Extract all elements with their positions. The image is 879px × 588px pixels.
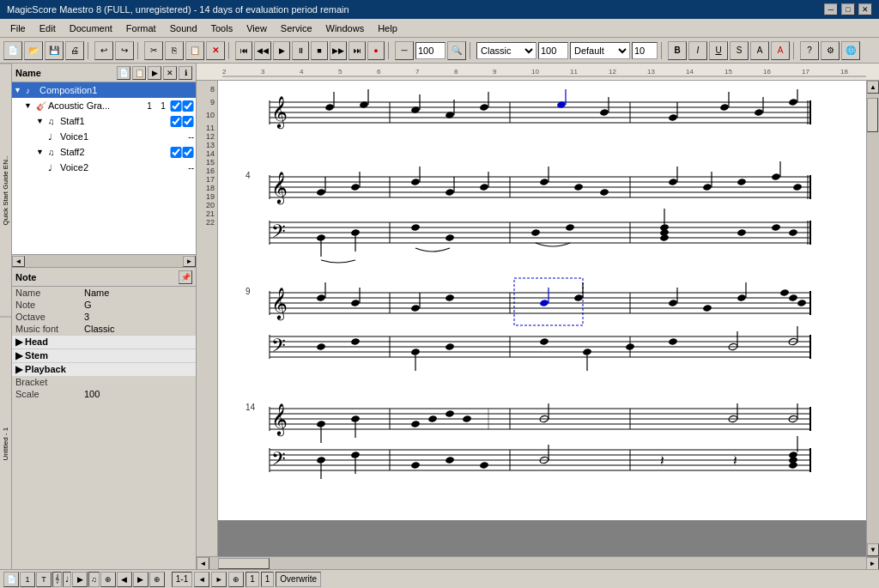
menu-service[interactable]: Service [274, 21, 319, 35]
tree-item-voice1[interactable]: ♩ Voice1 -- [12, 129, 196, 144]
hscroll-right-button[interactable]: ► [866, 557, 879, 570]
menu-windows[interactable]: Windows [319, 21, 372, 35]
menu-edit[interactable]: Edit [33, 21, 63, 35]
status-btn-4[interactable]: ▶ [72, 572, 88, 587]
strikethrough-button[interactable]: S [730, 41, 749, 60]
playback-section-label: Playback [25, 364, 66, 374]
tree-icon-1[interactable]: 📄 [117, 66, 130, 80]
transport-stop[interactable]: ■ [311, 41, 328, 60]
status-nav-next[interactable]: ► [211, 572, 227, 587]
zoom-out-button[interactable]: ─ [395, 41, 414, 60]
instrument-check2[interactable] [182, 100, 194, 112]
transport-begin[interactable]: ⏮ [235, 41, 252, 60]
svg-point-104 [445, 233, 454, 241]
tree-icon-5[interactable]: ℹ [179, 66, 192, 80]
font-select[interactable]: Classic [476, 42, 536, 59]
transport-rewind[interactable]: ◀◀ [254, 41, 271, 60]
head-section[interactable]: ▶ Head [12, 335, 196, 349]
open-button[interactable]: 📂 [24, 41, 43, 60]
status-btn-1[interactable]: 📄 [3, 572, 19, 587]
status-nav-prev[interactable]: ◄ [194, 572, 209, 587]
tree-item-composition[interactable]: ▼ ♪ Composition1 [12, 82, 196, 98]
status-btn-2[interactable]: 1 [20, 572, 35, 587]
paste-button[interactable]: 📋 [185, 41, 204, 60]
print-button[interactable]: 🖨 [65, 41, 84, 60]
align-button[interactable]: A [750, 41, 769, 60]
status-btn-5[interactable]: ⊕ [100, 572, 116, 587]
score-area[interactable]: 8 9 10 11 12 13 14 15 16 17 18 19 20 21 [197, 81, 866, 556]
staff1-check1[interactable] [170, 116, 182, 127]
copy-button[interactable]: ⎘ [165, 41, 184, 60]
web-button[interactable]: 🌐 [841, 41, 860, 60]
transport-forward[interactable]: ▶▶ [330, 41, 347, 60]
props-icon-1[interactable]: 📌 [179, 270, 192, 284]
settings-button[interactable]: ⚙ [821, 41, 840, 60]
italic-button[interactable]: I [688, 41, 707, 60]
staff2-check1[interactable] [170, 147, 182, 158]
bold-button[interactable]: B [668, 41, 687, 60]
status-nav-end[interactable]: ⊕ [228, 572, 244, 587]
tree-item-acoustic[interactable]: ▼ 🎸 Acoustic Gra... 1 1 [12, 98, 196, 113]
menu-view[interactable]: View [239, 21, 274, 35]
status-btn-6[interactable]: ◀ [117, 572, 132, 587]
maximize-button[interactable]: □ [841, 3, 855, 15]
close-button[interactable]: ✕ [858, 3, 872, 15]
color-button[interactable]: A [771, 41, 790, 60]
zoom-in-button[interactable]: 🔍 [447, 41, 466, 60]
scroll-up-button[interactable]: ▲ [867, 81, 879, 94]
props-header: Note 📌 [12, 268, 196, 287]
playback-section[interactable]: ▶ Playback [12, 362, 196, 376]
quick-start-tab[interactable]: Quick Start Guide EN.. [0, 64, 11, 317]
menu-format[interactable]: Format [119, 21, 163, 35]
status-btn-3[interactable]: T [36, 572, 52, 587]
untitled-tab[interactable]: Untitled - 1 [0, 317, 11, 570]
prop-val-octave: 3 [81, 311, 196, 323]
delete-button[interactable]: ✕ [206, 41, 225, 60]
hscroll-left-button[interactable]: ◄ [197, 557, 209, 570]
status-btn-8[interactable]: ⊕ [149, 572, 165, 587]
cut-button[interactable]: ✂ [144, 41, 163, 60]
undo-button[interactable]: ↩ [94, 41, 113, 60]
font-size-input[interactable] [538, 42, 568, 59]
minimize-button[interactable]: ─ [824, 3, 838, 15]
menu-help[interactable]: Help [371, 21, 404, 35]
tree-item-staff1[interactable]: ▼ ♫ Staff1 [12, 113, 196, 129]
tree-expand-icon-2: ▼ [24, 101, 36, 110]
tree-icon-2[interactable]: 📋 [132, 66, 146, 80]
tree-item-voice2[interactable]: ♩ Voice2 -- [12, 160, 196, 175]
number-input[interactable] [632, 42, 658, 59]
new-button[interactable]: 📄 [3, 41, 22, 60]
instrument-check1[interactable] [170, 100, 182, 112]
transport-play[interactable]: ▶ [273, 41, 290, 60]
menu-file[interactable]: File [3, 21, 33, 35]
transport-record[interactable]: ● [367, 41, 385, 60]
save-button[interactable]: 💾 [45, 41, 64, 60]
svg-text:𝄞: 𝄞 [271, 96, 288, 130]
scroll-down-button[interactable]: ▼ [867, 543, 879, 556]
hscroll-thumb[interactable] [218, 558, 270, 569]
staff2-check2[interactable] [182, 147, 194, 158]
transport-end[interactable]: ⏭ [349, 41, 366, 60]
status-btn-7[interactable]: ▶ [133, 572, 149, 587]
staff1-check2[interactable] [182, 116, 194, 127]
menu-tools[interactable]: Tools [204, 21, 240, 35]
svg-text:2: 2 [222, 68, 227, 76]
menu-document[interactable]: Document [63, 21, 119, 35]
status-scroll-indicator[interactable] [863, 573, 876, 585]
tree-item-staff2[interactable]: ▼ ♫ Staff2 [12, 144, 196, 160]
help-button[interactable]: ? [800, 41, 819, 60]
scroll-thumb[interactable] [867, 98, 878, 132]
toolbar-separator-7 [793, 42, 797, 59]
stem-section[interactable]: ▶ Stem [12, 349, 196, 362]
redo-button[interactable]: ↪ [115, 41, 134, 60]
tree-icon-4[interactable]: ✕ [163, 66, 177, 80]
transport-pause[interactable]: ⏸ [292, 41, 309, 60]
menu-sound[interactable]: Sound [163, 21, 204, 35]
tree-icon-3[interactable]: ▶ [148, 66, 161, 80]
svg-point-65 [316, 188, 325, 196]
zoom-input[interactable] [415, 42, 446, 59]
style-select[interactable]: Default [570, 42, 630, 59]
tree-scroll-left[interactable]: ◄ [12, 256, 25, 267]
tree-scroll-right[interactable]: ► [183, 256, 196, 267]
underline-button[interactable]: U [709, 41, 728, 60]
